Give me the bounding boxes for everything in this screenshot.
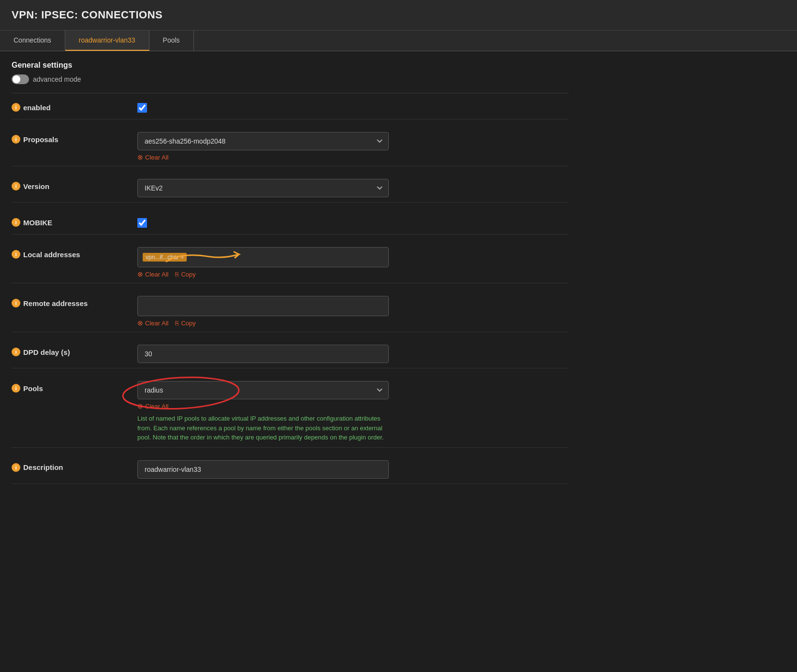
local-addresses-actions: ⊗ Clear All ⎘ Copy [137, 270, 389, 278]
local-addresses-label: i Local addresses [12, 247, 137, 259]
pools-control: radius ⊗ Clear All List of named IP pool… [137, 381, 389, 442]
proposals-row: i Proposals aes256-sha256-modp2048 ⊗ Cle… [12, 127, 569, 166]
description-row: i Description [12, 455, 569, 484]
pools-actions: ⊗ Clear All [137, 402, 389, 410]
dpd-delay-input[interactable] [137, 345, 389, 363]
proposals-control: aes256-sha256-modp2048 ⊗ Clear All [137, 132, 389, 161]
remote-addresses-copy-icon: ⎘ [175, 320, 179, 327]
advanced-mode-label: advanced mode [33, 75, 81, 83]
version-control: IKEv2 [137, 179, 389, 197]
mobike-checkbox[interactable] [137, 218, 147, 228]
local-addresses-info-icon[interactable]: i [12, 250, 20, 259]
enabled-checkbox[interactable] [137, 103, 147, 113]
content-area: General settings advanced mode i enabled… [0, 51, 580, 501]
dpd-delay-control [137, 345, 389, 363]
enabled-control [137, 100, 389, 114]
tab-connections[interactable]: Connections [0, 30, 65, 51]
description-info-icon[interactable]: i [12, 463, 20, 472]
proposals-clear-icon: ⊗ [137, 153, 143, 161]
proposals-info-icon[interactable]: i [12, 135, 20, 144]
pools-help-text: List of named IP pools to allocate virtu… [137, 414, 389, 442]
remote-addresses-clear-all[interactable]: ⊗ Clear All [137, 319, 168, 327]
tab-roadwarrior-vlan33[interactable]: roadwarrior-vlan33 [65, 30, 149, 51]
local-addresses-input[interactable]: vpn...if...char × [137, 247, 389, 267]
version-label: i Version [12, 179, 137, 190]
proposals-actions: ⊗ Clear All [137, 153, 389, 161]
advanced-mode-toggle[interactable] [12, 74, 29, 84]
local-address-tag: vpn...if...char × [143, 253, 187, 262]
proposals-label: i Proposals [12, 132, 137, 144]
pools-clear-icon: ⊗ [137, 402, 143, 410]
proposals-clear-all[interactable]: ⊗ Clear All [137, 153, 168, 161]
remote-addresses-clear-icon: ⊗ [137, 319, 143, 327]
local-addresses-clear-all[interactable]: ⊗ Clear All [137, 270, 168, 278]
remote-addresses-input[interactable] [137, 296, 389, 316]
local-addresses-control: vpn...if...char × ⊗ Clear All ⎘ Copy [137, 247, 389, 278]
remote-addresses-label: i Remote addresses [12, 296, 137, 307]
tabs-bar: Connections roadwarrior-vlan33 Pools [0, 30, 797, 51]
version-row: i Version IKEv2 [12, 174, 569, 203]
dpd-delay-info-icon[interactable]: i [12, 348, 20, 356]
version-select[interactable]: IKEv2 [137, 179, 389, 197]
description-control [137, 460, 389, 479]
pools-clear-all[interactable]: ⊗ Clear All [137, 402, 168, 410]
version-info-icon[interactable]: i [12, 182, 20, 190]
advanced-mode-row: advanced mode [12, 74, 569, 84]
tag-close-icon[interactable]: × [181, 254, 184, 260]
page-title: VPN: IPSEC: CONNECTIONS [12, 9, 785, 21]
enabled-row: i enabled [12, 95, 569, 119]
pools-row: i Pools radius ⊗ Clear All List of named… [12, 376, 569, 448]
pools-label: i Pools [12, 381, 137, 393]
dpd-delay-label: i DPD delay (s) [12, 345, 137, 356]
description-input[interactable] [137, 460, 389, 479]
mobike-control [137, 215, 389, 229]
enabled-label: i enabled [12, 100, 137, 112]
remote-addresses-row: i Remote addresses ⊗ Clear All ⎘ Copy [12, 291, 569, 332]
enabled-info-icon[interactable]: i [12, 103, 20, 112]
pools-select[interactable]: radius [137, 381, 389, 399]
mobike-info-icon[interactable]: i [12, 218, 20, 227]
local-addresses-clear-icon: ⊗ [137, 270, 143, 278]
tab-pools[interactable]: Pools [149, 30, 194, 51]
dpd-delay-row: i DPD delay (s) [12, 340, 569, 368]
local-addresses-copy[interactable]: ⎘ Copy [175, 271, 195, 278]
mobike-row: i MOBIKE [12, 210, 569, 234]
description-label: i Description [12, 460, 137, 472]
section-title: General settings [12, 61, 569, 70]
tag-text: vpn...if...char [146, 254, 179, 261]
remote-addresses-actions: ⊗ Clear All ⎘ Copy [137, 319, 389, 327]
local-addresses-copy-icon: ⎘ [175, 271, 179, 278]
remote-addresses-copy[interactable]: ⎘ Copy [175, 320, 195, 327]
remote-addresses-info-icon[interactable]: i [12, 299, 20, 307]
pools-field-wrapper: radius [137, 381, 389, 399]
mobike-label: i MOBIKE [12, 215, 137, 227]
page-header: VPN: IPSEC: CONNECTIONS [0, 0, 797, 30]
proposals-select[interactable]: aes256-sha256-modp2048 [137, 132, 389, 150]
pools-info-icon[interactable]: i [12, 384, 20, 393]
local-addresses-row: i Local addresses vpn...if...char × ⊗ Cl… [12, 242, 569, 283]
remote-addresses-control: ⊗ Clear All ⎘ Copy [137, 296, 389, 327]
